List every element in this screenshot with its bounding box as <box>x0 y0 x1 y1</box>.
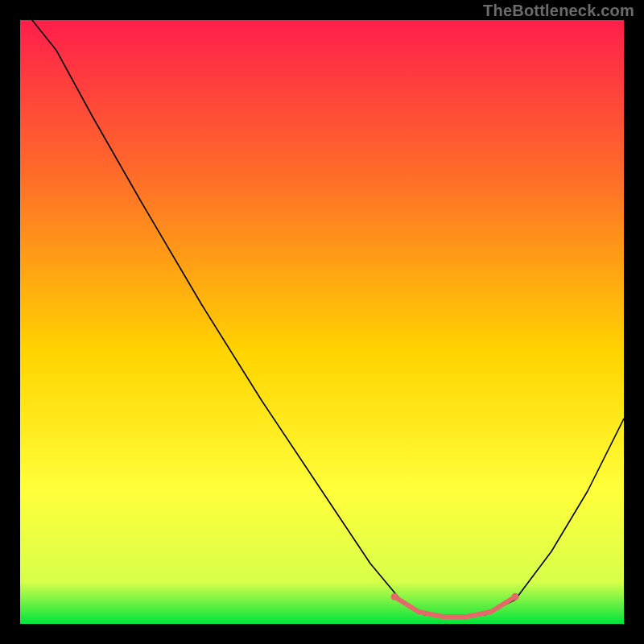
marker-point <box>391 593 398 601</box>
chart-svg <box>20 20 624 624</box>
watermark-text: TheBottleneck.com <box>483 2 634 20</box>
plot-area <box>20 20 624 624</box>
chart-stage: TheBottleneck.com <box>0 0 644 644</box>
gradient-background <box>20 20 624 624</box>
marker-point <box>512 593 519 601</box>
